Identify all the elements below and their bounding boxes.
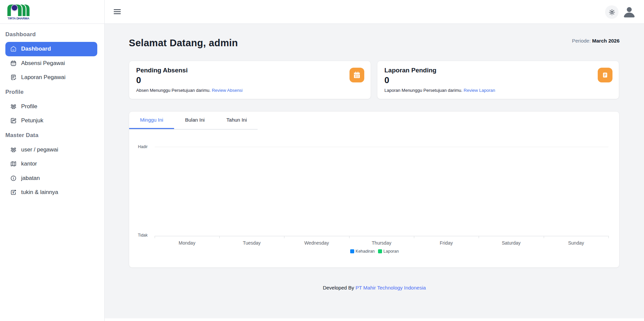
svg-text:TIRTA DHARMA: TIRTA DHARMA	[8, 17, 30, 20]
svg-text:$: $	[12, 191, 14, 194]
